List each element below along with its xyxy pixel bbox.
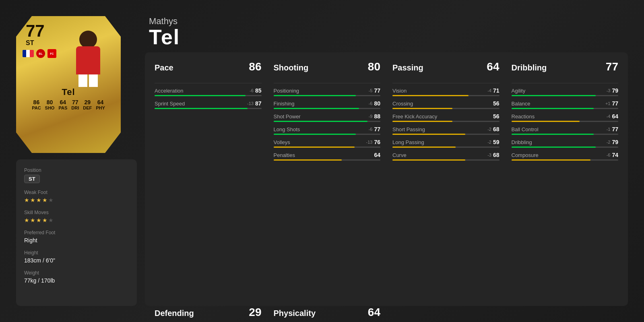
stat-modifier: -2 [487, 140, 491, 144]
stat-bar-bg [274, 147, 381, 148]
height-label: Height [24, 250, 129, 256]
stats-top-grid: Pace86Acceleration-685Sprint Speed-1387S… [155, 60, 618, 298]
stat-bar-fill [512, 121, 580, 122]
category-header-defending: Defending29 [155, 306, 262, 322]
stat-bar-fill [512, 95, 596, 96]
stat-bar-bg [274, 95, 381, 96]
stat-value: 59 [493, 139, 500, 145]
stat-bar-bg [512, 159, 619, 161]
stat-modifier: -3 [487, 153, 491, 157]
card-stat-dri: 77 DRI [71, 99, 79, 110]
skill-moves-stars: ★ ★ ★ ★ ★ [24, 217, 129, 223]
stats-panel: Pace86Acceleration-685Sprint Speed-1387S… [145, 52, 628, 306]
stat-row: Crossing56 [392, 100, 500, 109]
category-passing: Passing64Vision-471Crossing56Free Kick A… [392, 60, 500, 298]
stat-row: Short Passing-268 [392, 126, 500, 135]
stat-value: 64 [374, 152, 380, 158]
stat-name: Finishing [274, 101, 295, 107]
stat-row: Ball Control-177 [512, 126, 619, 135]
stat-name: Ball Control [512, 126, 539, 132]
stat-row: Free Kick Accuracy56 [392, 113, 500, 122]
stat-bar-bg [155, 108, 262, 109]
category-score: 64 [368, 306, 380, 319]
stat-value: 74 [612, 152, 618, 158]
info-weight: Weight 77kg / 170lb [24, 270, 129, 284]
stat-bar-fill [274, 147, 355, 148]
stat-bar-fill [155, 108, 248, 109]
stat-row: Long Shots-677 [274, 126, 381, 135]
stat-bar-fill [392, 134, 465, 135]
stat-modifier: -3 [607, 88, 611, 93]
stat-value: 80 [374, 100, 380, 107]
stat-bar-bg [392, 147, 500, 148]
sm-star-3: ★ [36, 217, 41, 223]
stat-bar-bg [512, 95, 619, 96]
stat-bar-fill [392, 147, 456, 148]
weight-value: 77kg / 170lb [24, 277, 129, 284]
category-header-pace: Pace86 [155, 60, 262, 76]
stat-name: Balance [512, 101, 530, 107]
stat-modifier: -6 [369, 101, 373, 106]
stat-bar-fill [392, 95, 469, 96]
stat-row: Sprint Speed-1387 [155, 100, 262, 109]
sm-star-1: ★ [24, 217, 29, 223]
stat-bar-bg [392, 134, 500, 135]
star-5: ★ [48, 197, 54, 203]
stat-modifier: -13 [247, 101, 254, 106]
info-skill-moves: Skill Moves ★ ★ ★ ★ ★ [24, 210, 129, 223]
stat-modifier: -9 [369, 114, 373, 119]
info-position: Position ST [24, 167, 129, 183]
stat-row: Penalties64 [274, 152, 381, 161]
stat-name: Free Kick Accuracy [392, 114, 437, 120]
category-score: 86 [249, 60, 261, 73]
stat-row: Shot Power-988 [274, 113, 381, 122]
stat-value: 79 [612, 139, 618, 145]
stat-modifier: -1 [607, 127, 611, 132]
category-header-dribbling: Dribbling77 [512, 60, 619, 76]
stat-name: Acceleration [155, 88, 184, 94]
category-name: Physicality [274, 309, 316, 318]
stat-value: 64 [612, 113, 618, 120]
stat-row: Dribbling-279 [512, 139, 619, 148]
stat-bar-bg [274, 121, 381, 122]
stat-modifier: -6 [250, 88, 254, 93]
info-weak-foot: Weak Foot ★ ★ ★ ★ ★ [24, 190, 129, 203]
stat-bar-fill [512, 134, 594, 135]
stat-bar-fill [512, 147, 596, 148]
stat-value: 77 [612, 100, 618, 107]
card-stat-pac: 86 PAC [32, 99, 41, 110]
stat-name: Crossing [392, 101, 413, 107]
stat-bar-fill [274, 95, 356, 96]
stat-name: Long Shots [274, 126, 300, 132]
stat-name: Reactions [512, 114, 535, 120]
stat-value: 77 [374, 126, 380, 132]
club-badge: FC [47, 49, 56, 58]
category-header-shooting: Shooting80 [274, 60, 381, 76]
stat-value: 56 [493, 100, 500, 107]
star-4: ★ [42, 197, 47, 203]
card-stat-pas: 64 PAS [58, 99, 67, 110]
category-name: Passing [392, 63, 423, 72]
stat-row: Volleys-1376 [274, 139, 381, 148]
category-header-passing: Passing64 [392, 60, 500, 76]
weak-foot-stars: ★ ★ ★ ★ ★ [24, 197, 129, 203]
sm-star-5: ★ [48, 217, 54, 223]
preferred-foot-label: Preferred Foot [24, 230, 129, 235]
stat-value: 77 [374, 87, 380, 94]
preferred-foot-value: Right [24, 237, 129, 244]
stat-bar-fill [392, 121, 452, 122]
stat-name: Short Passing [392, 126, 425, 132]
sm-star-4: ★ [42, 217, 47, 223]
stat-modifier: -4 [607, 114, 611, 119]
card-player-name: Tel [62, 87, 75, 97]
stat-bar-fill [512, 159, 590, 161]
info-preferred-foot: Preferred Foot Right [24, 230, 129, 244]
stat-bar-fill [274, 121, 368, 122]
stat-row: Reactions-464 [512, 113, 619, 122]
stat-bar-bg [274, 134, 381, 135]
stat-bar-bg [274, 108, 381, 109]
stat-bar-bg [512, 108, 619, 109]
stat-row: Curve-368 [392, 152, 500, 161]
stat-value: 56 [493, 113, 500, 120]
position-label: Position [24, 167, 129, 173]
